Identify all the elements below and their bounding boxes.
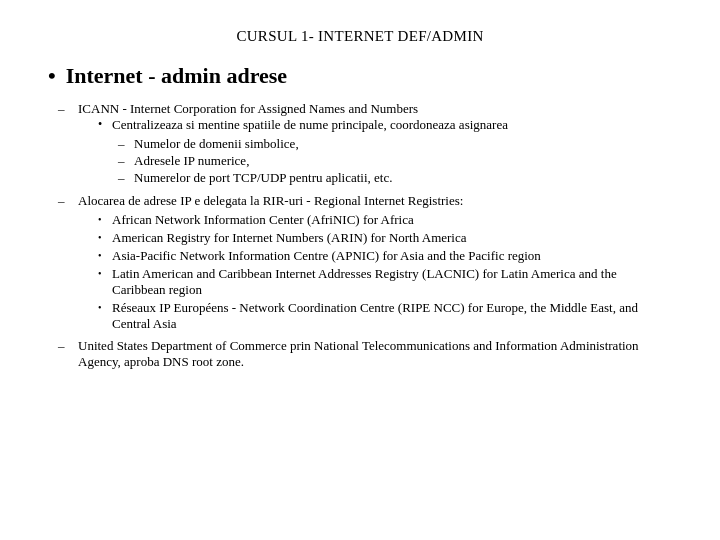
ripe-text: Réseaux IP Européens - Network Coordinat…	[112, 300, 672, 332]
rir-text: Alocarea de adrese IP e delegata la RIR-…	[78, 193, 463, 208]
lacnic-text: Latin American and Caribbean Internet Ad…	[112, 266, 672, 298]
registry-arin: • American Registry for Internet Numbers…	[98, 230, 672, 246]
icann-sub: • Centralizeaza si mentine spatiile de n…	[98, 117, 672, 186]
rir-content: Alocarea de adrese IP e delegata la RIR-…	[78, 193, 672, 334]
section-usdoc: – United States Department of Commerce p…	[58, 338, 672, 370]
icann-text: ICANN - Internet Corporation for Assigne…	[78, 101, 418, 116]
registry-lacnic: • Latin American and Caribbean Internet …	[98, 266, 672, 298]
small-dash-1: –	[118, 136, 134, 152]
item-numelor: – Numelor de domenii simbolice,	[118, 136, 672, 152]
registry-ripe: • Réseaux IP Européens - Network Coordin…	[98, 300, 672, 332]
reg-dot-3: •	[98, 248, 112, 261]
centralizeaza-text: Centralizeaza si mentine spatiile de num…	[112, 117, 508, 133]
indent-block: – Numelor de domenii simbolice, – Adrese…	[118, 136, 672, 186]
afrinic-text: African Network Information Center (Afri…	[112, 212, 672, 228]
dash-2: –	[58, 193, 74, 334]
main-heading: • Internet - admin adrese	[48, 63, 672, 89]
reg-dot-4: •	[98, 266, 112, 279]
main-bullet: •	[48, 63, 56, 89]
registry-afrinic: • African Network Information Center (Af…	[98, 212, 672, 228]
dash-3: –	[58, 338, 74, 370]
reg-dot-5: •	[98, 300, 112, 313]
dash-1: –	[58, 101, 74, 189]
item-numerelor: – Numerelor de port TCP/UDP pentru aplic…	[118, 170, 672, 186]
page: CURSUL 1- INTERNET DEF/ADMIN • Internet …	[0, 0, 720, 540]
section-rir: – Alocarea de adrese IP e delegata la RI…	[58, 193, 672, 334]
item-adresele: – Adresele IP numerice,	[118, 153, 672, 169]
arin-text: American Registry for Internet Numbers (…	[112, 230, 672, 246]
icann-content: ICANN - Internet Corporation for Assigne…	[78, 101, 672, 189]
apnic-text: Asia-Pacific Network Information Centre …	[112, 248, 672, 264]
reg-dot-2: •	[98, 230, 112, 243]
usdoc-content: United States Department of Commerce pri…	[78, 338, 672, 370]
registry-apnic: • Asia-Pacific Network Information Centr…	[98, 248, 672, 264]
small-dash-3: –	[118, 170, 134, 186]
reg-dot-1: •	[98, 212, 112, 225]
numelor-text: Numelor de domenii simbolice,	[134, 136, 299, 152]
usdoc-text: United States Department of Commerce pri…	[78, 338, 639, 369]
page-title: CURSUL 1- INTERNET DEF/ADMIN	[48, 28, 672, 45]
centralizeaza-item: • Centralizeaza si mentine spatiile de n…	[98, 117, 672, 133]
content-area: – ICANN - Internet Corporation for Assig…	[48, 101, 672, 370]
main-heading-text: Internet - admin adrese	[66, 63, 287, 89]
sub-bullet-dot: •	[98, 117, 112, 132]
section-icann: – ICANN - Internet Corporation for Assig…	[58, 101, 672, 189]
numerelor-text: Numerelor de port TCP/UDP pentru aplicat…	[134, 170, 393, 186]
small-dash-2: –	[118, 153, 134, 169]
registry-list: • African Network Information Center (Af…	[98, 212, 672, 332]
adresele-text: Adresele IP numerice,	[134, 153, 249, 169]
